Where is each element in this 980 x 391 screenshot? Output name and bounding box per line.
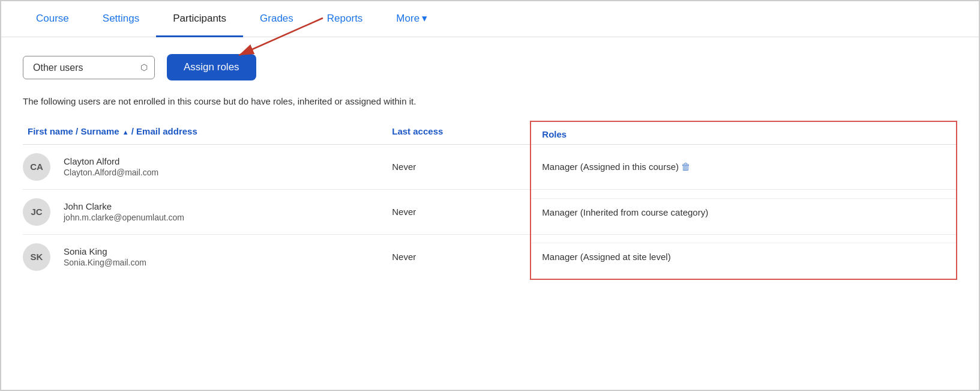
user-email: john.m.clarke@openumlaut.com bbox=[64, 213, 380, 222]
user-email: Clayton.Alford@mail.com bbox=[64, 168, 380, 177]
table-row: JC John Clarke john.m.clarke@openumlaut.… bbox=[23, 189, 957, 234]
avatar-cell: CA bbox=[23, 144, 59, 189]
tab-grades[interactable]: Grades bbox=[243, 2, 310, 37]
participants-table: First name / Surname ▲ / Email address L… bbox=[23, 121, 957, 280]
tab-more[interactable]: More ▾ bbox=[379, 1, 444, 37]
avatar: SK bbox=[23, 243, 50, 271]
slash-separator-1: / bbox=[73, 126, 81, 136]
avatar: CA bbox=[23, 153, 50, 181]
user-type-select-wrapper: Other usersStudentsTeachers ⬡ bbox=[23, 56, 155, 79]
user-info: Sonia King Sonia.King@mail.com bbox=[64, 246, 380, 267]
table-row: CA Clayton Alford Clayton.Alford@mail.co… bbox=[23, 144, 957, 189]
tab-course[interactable]: Course bbox=[19, 2, 86, 37]
user-name: John Clarke bbox=[64, 201, 380, 211]
user-info: John Clarke john.m.clarke@openumlaut.com bbox=[64, 201, 380, 222]
tab-reports[interactable]: Reports bbox=[310, 2, 380, 37]
sort-up-icon: ▲ bbox=[121, 129, 129, 136]
filter-row: Other usersStudentsTeachers ⬡ Assign rol… bbox=[23, 54, 957, 80]
user-info-cell: Sonia King Sonia.King@mail.com bbox=[59, 234, 387, 279]
table-row: SK Sonia King Sonia.King@mail.com Never … bbox=[23, 234, 957, 279]
delete-role-icon[interactable]: 🗑 bbox=[681, 162, 691, 172]
slash-separator-2: / bbox=[129, 126, 137, 136]
role-label: Manager (Assigned in this course) bbox=[542, 162, 679, 172]
avatar: JC bbox=[23, 198, 50, 226]
last-access-column-header: Last access bbox=[387, 121, 531, 145]
last-access-cell: Never bbox=[387, 234, 531, 279]
roles-cell: Manager (Assigned at site level) bbox=[531, 234, 957, 279]
last-access-cell: Never bbox=[387, 144, 531, 189]
role-label: Manager (Assigned at site level) bbox=[542, 252, 670, 262]
nav-tabs: Course Settings Participants Grades Repo… bbox=[1, 1, 979, 37]
info-text: The following users are not enrolled in … bbox=[23, 95, 957, 109]
role-entry: Manager (Inherited from course category) bbox=[531, 198, 956, 226]
user-email: Sonia.King@mail.com bbox=[64, 258, 380, 267]
page-wrapper: Course Settings Participants Grades Repo… bbox=[0, 0, 980, 391]
roles-column-header: Roles bbox=[531, 121, 957, 145]
main-content: Other usersStudentsTeachers ⬡ Assign rol… bbox=[1, 37, 979, 297]
roles-cell: Manager (Inherited from course category) bbox=[531, 189, 957, 234]
role-entry: Manager (Assigned at site level) bbox=[531, 243, 956, 270]
user-name: Clayton Alford bbox=[64, 156, 380, 166]
user-info-cell: Clayton Alford Clayton.Alford@mail.com bbox=[59, 144, 387, 189]
chevron-down-icon: ▾ bbox=[422, 12, 427, 25]
assign-roles-button[interactable]: Assign roles bbox=[167, 54, 256, 80]
email-header[interactable]: Email address bbox=[136, 126, 197, 136]
tab-settings[interactable]: Settings bbox=[86, 2, 156, 37]
role-label: Manager (Inherited from course category) bbox=[542, 207, 708, 217]
user-info-cell: John Clarke john.m.clarke@openumlaut.com bbox=[59, 189, 387, 234]
name-column-header: First name / Surname ▲ / Email address bbox=[23, 121, 387, 145]
surname-header[interactable]: Surname bbox=[80, 126, 119, 136]
user-type-select[interactable]: Other usersStudentsTeachers bbox=[23, 56, 155, 79]
role-entry: Manager (Assigned in this course) 🗑 bbox=[531, 153, 956, 181]
first-name-header[interactable]: First name bbox=[28, 126, 73, 136]
last-access-cell: Never bbox=[387, 189, 531, 234]
avatar-cell: SK bbox=[23, 234, 59, 279]
avatar-cell: JC bbox=[23, 189, 59, 234]
tab-participants[interactable]: Participants bbox=[156, 2, 243, 37]
user-info: Clayton Alford Clayton.Alford@mail.com bbox=[64, 156, 380, 177]
roles-cell: Manager (Assigned in this course) 🗑 bbox=[531, 144, 957, 189]
user-name: Sonia King bbox=[64, 246, 380, 256]
